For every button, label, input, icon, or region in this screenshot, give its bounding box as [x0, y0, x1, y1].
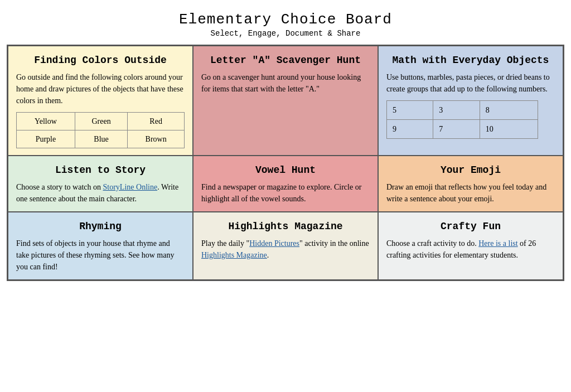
cell-math-body: Use buttons, marbles, pasta pieces, or d…: [386, 73, 550, 93]
color-yellow: Yellow: [17, 113, 75, 130]
cell-vowel-hunt-body: Find a newspaper or magazine to explore.…: [201, 183, 361, 203]
hidden-pictures-link[interactable]: Hidden Pictures: [249, 239, 299, 248]
cell-letter-a-body: Go on a scavenger hunt around your house…: [201, 73, 361, 93]
table-row: 9 7 10: [387, 120, 538, 139]
cell-rhyming-title: Rhyming: [16, 219, 185, 234]
cell-rhyming: Rhyming Find sets of objects in your hou…: [8, 212, 193, 280]
crafts-list-link[interactable]: Here is a list: [478, 239, 517, 248]
color-purple: Purple: [17, 130, 75, 148]
table-row: 5 3 8: [387, 101, 538, 120]
math-val-10: 10: [480, 120, 538, 139]
cell-crafty-fun: Crafty Fun Choose a craft activity to do…: [378, 212, 563, 280]
color-blue: Blue: [75, 130, 127, 148]
cell-rhyming-body: Find sets of objects in your house that …: [16, 239, 174, 271]
colors-table: Yellow Green Red Purple Blue Brown: [16, 112, 185, 148]
cell-letter-a-title: Letter "A" Scavenger Hunt: [201, 53, 370, 68]
cell-listen-story-body: Choose a story to watch on StoryLine Onl…: [16, 183, 178, 203]
color-brown: Brown: [128, 130, 185, 148]
color-red: Red: [128, 113, 185, 130]
math-table: 5 3 8 9 7 10: [386, 100, 538, 139]
cell-letter-a: Letter "A" Scavenger Hunt Go on a scaven…: [193, 46, 378, 156]
cell-math-objects: Math with Everyday Objects Use buttons, …: [378, 46, 563, 156]
choice-board-grid: Finding Colors Outside Go outside and fi…: [7, 45, 564, 281]
cell-crafty-fun-title: Crafty Fun: [386, 219, 555, 234]
table-row: Purple Blue Brown: [17, 130, 185, 148]
cell-your-emoji-body: Draw an emoji that reflects how you feel…: [386, 183, 546, 203]
cell-highlights-magazine: Highlights Magazine Play the daily "Hidd…: [193, 212, 378, 280]
cell-listen-story: Listen to Story Choose a story to watch …: [8, 156, 193, 212]
math-val-7: 7: [433, 120, 480, 139]
cell-vowel-hunt-title: Vowel Hunt: [201, 163, 370, 178]
cell-your-emoji: Your Emoji Draw an emoji that reflects h…: [378, 156, 563, 212]
cell-finding-colors-title: Finding Colors Outside: [16, 53, 185, 68]
storyline-online-link[interactable]: StoryLine Online: [103, 183, 158, 191]
cell-highlights-title: Highlights Magazine: [201, 219, 370, 234]
page-title: Elementary Choice Board: [179, 11, 392, 28]
color-green: Green: [75, 113, 127, 130]
cell-your-emoji-title: Your Emoji: [386, 163, 555, 178]
cell-crafty-fun-body: Choose a craft activity to do. Here is a…: [386, 239, 536, 259]
cell-highlights-body: Play the daily "Hidden Pictures" activit…: [201, 239, 369, 259]
cell-listen-story-title: Listen to Story: [16, 163, 185, 178]
table-row: Yellow Green Red: [17, 113, 185, 130]
highlights-magazine-link[interactable]: Highlights Magazine: [201, 251, 267, 259]
cell-vowel-hunt: Vowel Hunt Find a newspaper or magazine …: [193, 156, 378, 212]
math-val-8: 8: [480, 101, 538, 120]
cell-math-title: Math with Everyday Objects: [386, 53, 555, 68]
math-val-9: 9: [387, 120, 433, 139]
cell-finding-colors: Finding Colors Outside Go outside and fi…: [8, 46, 193, 156]
cell-finding-colors-body: Go outside and find the following colors…: [16, 73, 183, 105]
math-val-5: 5: [387, 101, 433, 120]
math-val-3: 3: [433, 101, 480, 120]
page-subtitle: Select, Engage, Document & Share: [211, 29, 361, 38]
